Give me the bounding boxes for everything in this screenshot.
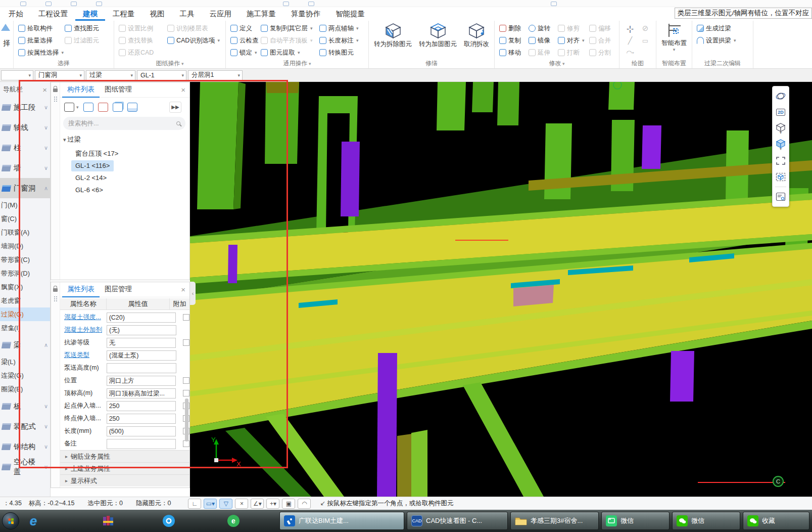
quick-icon[interactable]	[308, 2, 314, 6]
nav-item-door-window-combo[interactable]: 门联窗(A)	[0, 226, 50, 239]
taskbar-button-wechat-files[interactable]: 微信	[601, 512, 670, 530]
cad-identify-options-button[interactable]: CAD识别选项	[166, 36, 222, 45]
tab-start[interactable]: 开始	[1, 7, 31, 21]
start-button[interactable]	[2, 512, 19, 529]
attach-checkbox[interactable]	[183, 314, 189, 321]
nav-item-beam[interactable]: 梁(L)	[0, 355, 50, 369]
batch-select-button[interactable]: 批量选择	[17, 36, 63, 45]
align-button[interactable]: 对齐	[556, 36, 588, 45]
section-civil-properties[interactable]: 土建业务属性	[60, 462, 189, 474]
nav-item-window[interactable]: 窗(C)	[0, 212, 50, 226]
browser-green-icon[interactable]: e	[225, 513, 242, 528]
property-value-input[interactable]	[107, 363, 176, 373]
2d-view-button[interactable]: 2D	[774, 105, 788, 120]
component-item[interactable]: 窗台压顶 <17>	[71, 148, 122, 159]
new-component-button[interactable]	[64, 103, 74, 112]
taskbar-button-gtj[interactable]: 广联达BIM土建...	[279, 512, 404, 530]
category-dropdown[interactable]: 门窗洞	[35, 70, 84, 80]
property-value-input[interactable]: 洞口顶标高加过梁...	[107, 388, 176, 398]
cloud-check-button[interactable]: 云检查	[229, 36, 259, 45]
cancel-demolish-button[interactable]: 取消拆改	[462, 22, 491, 60]
nav-group-construction-section[interactable]: 施工段∨	[0, 97, 50, 117]
nav-item-dormer[interactable]: 老虎窗	[0, 294, 50, 307]
quick-icon[interactable]	[96, 2, 102, 6]
property-value-input[interactable]: (500)	[107, 426, 176, 436]
new-dropdown-icon[interactable]: ▾	[76, 105, 79, 110]
orbit-view-button[interactable]	[774, 88, 788, 104]
snap-point-button[interactable]: +▾	[266, 499, 279, 509]
nav-group-slab[interactable]: 板∨	[0, 396, 50, 416]
select-by-property-button[interactable]: 按属性选择	[17, 49, 111, 57]
nav-item-door[interactable]: 门(M)	[0, 198, 50, 212]
break-button[interactable]: 打断	[556, 49, 588, 57]
save-component-button[interactable]	[127, 103, 137, 112]
pick-component-button[interactable]: 拾取构件	[17, 24, 63, 33]
rect-tool-button[interactable]: ▭	[638, 37, 653, 45]
convert-to-demolish-button[interactable]: 转为拆除图元	[372, 22, 414, 60]
nav-group-prefab[interactable]: 装配式∨	[0, 416, 50, 436]
property-value-input[interactable]: (混凝土泵)	[107, 350, 176, 361]
copy-button[interactable]: 复制	[498, 36, 527, 45]
taskbar-button-wechat-favorites[interactable]: 收藏	[743, 512, 809, 530]
quick-icon[interactable]	[551, 2, 557, 6]
component-search-input[interactable]: 搜索构件...	[63, 117, 185, 130]
display-settings-button[interactable]	[774, 189, 788, 204]
pin-icon[interactable]	[53, 88, 58, 92]
tab-view[interactable]: 视图	[142, 7, 172, 21]
tab-construction-calc[interactable]: 施工算量	[239, 7, 283, 21]
nav-group-beam[interactable]: 梁∧	[0, 335, 50, 355]
nav-item-coupling-beam[interactable]: 连梁(G)	[0, 369, 50, 382]
quick-icon[interactable]	[71, 2, 77, 6]
element-extract-button[interactable]: 图元提取	[259, 49, 318, 57]
auto-align-slab-button[interactable]: 自动平齐顶板	[259, 36, 318, 45]
tab-quantities[interactable]: 工程量	[105, 7, 142, 21]
ie-browser-icon[interactable]: e	[25, 513, 41, 528]
browser-360-icon[interactable]	[161, 513, 177, 528]
arc-info-button[interactable]: ◠	[298, 499, 311, 509]
define-button[interactable]: 定义	[229, 24, 259, 33]
property-value-input[interactable]: 无	[107, 338, 176, 348]
nav-group-hollow-floor[interactable]: 空心楼盖∨	[0, 457, 50, 477]
lock-button[interactable]: 锁定	[229, 49, 259, 57]
set-scale-button[interactable]: 设置比例	[117, 24, 166, 33]
quick-icon[interactable]	[283, 2, 289, 6]
restore-cad-button[interactable]: 还原CAD	[117, 49, 166, 57]
find-element-button[interactable]: 查找图元	[63, 24, 111, 33]
section-display-style[interactable]: 显示样式	[60, 474, 189, 486]
rotate-button[interactable]: 旋转	[527, 24, 556, 33]
split-button[interactable]: 分割	[588, 49, 616, 57]
filter-element-button[interactable]: 过滤图元	[63, 36, 111, 45]
copy-to-other-floor-button[interactable]: 复制到其它层	[259, 24, 318, 33]
tab-drawing-management[interactable]: 图纸管理	[100, 82, 137, 98]
fullscreen-button[interactable]	[774, 153, 788, 168]
generate-lintel-button[interactable]: 生成过梁	[695, 24, 750, 33]
floor-dropdown[interactable]	[1, 70, 33, 80]
nav-item-bay-window[interactable]: 飘窗(X)	[0, 280, 50, 294]
tab-smart-quantity[interactable]: 智能提量	[328, 7, 372, 21]
search-icon[interactable]	[176, 121, 180, 125]
pin-icon[interactable]	[53, 288, 58, 292]
nav-item-ring-beam[interactable]: 圈梁(E)	[0, 382, 50, 396]
nav-group-steel-structure[interactable]: 钢结构∨	[0, 436, 50, 457]
copy-component-button[interactable]	[83, 103, 93, 112]
attach-checkbox[interactable]	[183, 377, 189, 384]
set-arch-beam-button[interactable]: 设置拱梁	[695, 36, 750, 45]
property-value-input[interactable]: (无)	[107, 325, 176, 335]
layer-dropdown[interactable]: 分层洞1	[188, 70, 243, 80]
nav-group-column[interactable]: 柱∨	[0, 138, 50, 158]
point-tool-button[interactable]: -¦-	[623, 24, 638, 33]
nav-item-lintel[interactable]: 过梁(G)	[0, 307, 50, 321]
identify-floor-table-button[interactable]: 识别楼层表	[166, 24, 222, 33]
move-button[interactable]: 移动	[498, 49, 527, 57]
two-point-aux-axis-button[interactable]: 两点辅轴	[318, 24, 365, 33]
more-tools-button[interactable]: ▶▶	[169, 102, 181, 113]
solid-display-button[interactable]: ▣	[282, 499, 295, 509]
tab-project-settings[interactable]: 工程设置	[31, 7, 75, 21]
solid-view-button[interactable]: ▾	[774, 137, 788, 152]
tab-tools[interactable]: 工具	[172, 7, 202, 21]
nav-item-ribbon-opening[interactable]: 带形洞(D)	[0, 267, 50, 280]
line-tool-button[interactable]: ╱	[623, 36, 638, 45]
offset-button[interactable]: 偏移	[588, 24, 616, 33]
nav-group-axis[interactable]: 轴线∨	[0, 117, 50, 138]
panel-drag-handle[interactable]	[51, 282, 60, 487]
